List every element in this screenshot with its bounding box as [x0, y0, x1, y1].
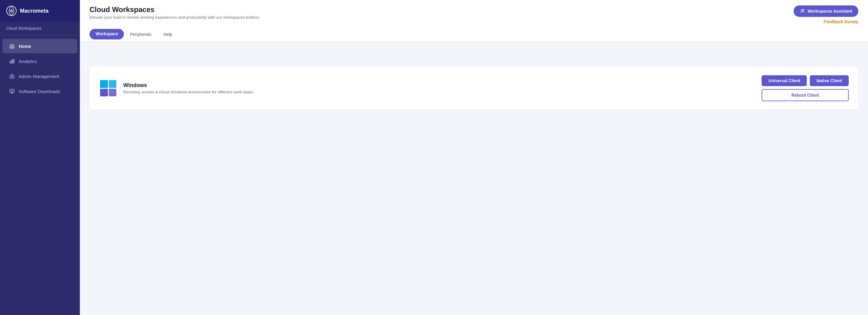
macrometa-logo-icon	[6, 5, 17, 16]
svg-rect-2	[10, 61, 11, 63]
top-bar-actions: Workspaces Assistant Feedback Survey	[794, 5, 858, 24]
sidebar-item-downloads-label: Software Downloads	[19, 89, 60, 94]
feedback-survey-link[interactable]: Feedback Survey	[824, 19, 858, 24]
sidebar-item-software-downloads[interactable]: Software Downloads	[2, 84, 78, 99]
top-bar-header: Cloud Workspaces Elevate your team's rem…	[90, 5, 858, 24]
tab-help[interactable]: Help	[157, 29, 178, 41]
assistant-btn-label: Workspaces Assistant	[807, 9, 852, 13]
svg-point-5	[11, 76, 13, 77]
content-area: Windows Remotely access a virtual Window…	[80, 41, 868, 315]
card-actions: Universal Client Native Client Reboot Cl…	[762, 75, 849, 101]
card-left: Windows Remotely access a virtual Window…	[99, 79, 254, 97]
main-content: Cloud Workspaces Elevate your team's rem…	[80, 0, 868, 315]
windows-workspace-card: Windows Remotely access a virtual Window…	[90, 67, 858, 110]
page-title: Cloud Workspaces	[90, 5, 260, 14]
tabs: Workspace Peripherals Help	[90, 29, 858, 41]
svg-rect-4	[13, 59, 14, 63]
sidebar-item-home-label: Home	[19, 44, 31, 49]
sidebar-app-name: Cloud Workspaces	[0, 22, 80, 35]
universal-client-button[interactable]: Universal Client	[762, 75, 807, 86]
sidebar-nav: Home Analytics Admin Management	[0, 35, 80, 315]
native-client-button[interactable]: Native Client	[810, 75, 849, 86]
card-info: Windows Remotely access a virtual Window…	[123, 82, 254, 94]
tab-workspace[interactable]: Workspace	[90, 29, 124, 39]
page-subtitle: Elevate your team's remote working exper…	[90, 15, 260, 20]
svg-rect-3	[12, 60, 13, 63]
sidebar: Macrometa Cloud Workspaces Home A	[0, 0, 80, 315]
top-bar: Cloud Workspaces Elevate your team's rem…	[80, 0, 868, 41]
home-icon	[9, 43, 15, 49]
reboot-row: Reboot Client	[762, 89, 849, 101]
sidebar-item-admin-management[interactable]: Admin Management	[2, 69, 78, 83]
workspaces-assistant-button[interactable]: Workspaces Assistant	[794, 5, 858, 17]
sidebar-logo: Macrometa	[0, 0, 80, 22]
svg-point-7	[801, 9, 803, 11]
sidebar-item-admin-label: Admin Management	[19, 74, 59, 79]
sidebar-item-analytics[interactable]: Analytics	[2, 54, 78, 68]
client-buttons-row: Universal Client Native Client	[762, 75, 849, 86]
sidebar-item-home[interactable]: Home	[2, 39, 78, 53]
card-description: Remotely access a virtual Windows enviro…	[123, 90, 254, 94]
admin-icon	[9, 73, 15, 79]
tab-peripherals[interactable]: Peripherals	[124, 29, 157, 41]
svg-point-1	[10, 9, 13, 13]
svg-point-8	[803, 9, 805, 10]
windows-icon-tl	[100, 80, 108, 88]
analytics-icon	[9, 58, 15, 64]
card-title: Windows	[123, 82, 254, 89]
reboot-client-button[interactable]: Reboot Client	[762, 89, 849, 101]
windows-icon-bl	[100, 89, 108, 97]
logo-text: Macrometa	[20, 8, 49, 14]
sidebar-item-analytics-label: Analytics	[19, 59, 37, 64]
windows-logo	[99, 79, 117, 97]
page-title-section: Cloud Workspaces Elevate your team's rem…	[90, 5, 260, 20]
windows-icon-br	[109, 89, 117, 97]
assistant-icon	[800, 8, 805, 14]
windows-icon-tr	[109, 80, 117, 88]
downloads-icon	[9, 88, 15, 94]
